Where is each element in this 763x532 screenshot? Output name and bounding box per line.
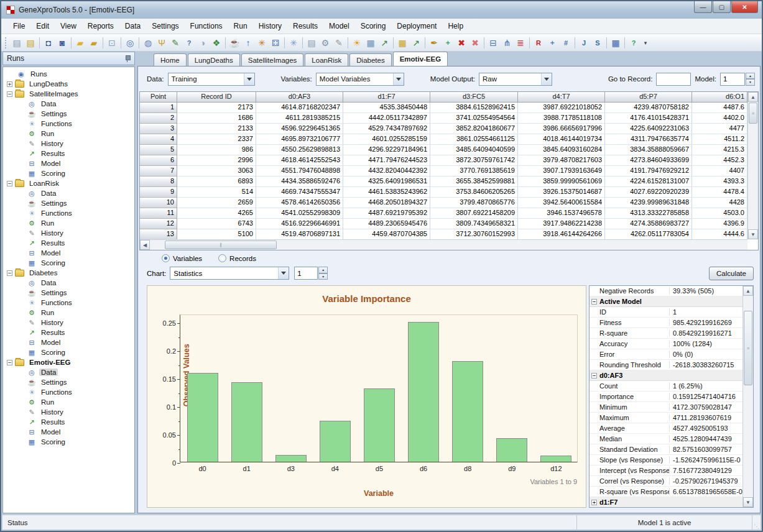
open-folder-icon[interactable]: ▰: [73, 36, 87, 50]
tree-item-emotiv-eeg-scoring[interactable]: ▦Scoring: [6, 437, 134, 447]
data-combo[interactable]: Training: [168, 73, 255, 86]
upload-icon[interactable]: ↑: [241, 36, 255, 50]
stats-section-active-model[interactable]: −Active Model: [590, 296, 742, 307]
model-number-input[interactable]: [720, 73, 745, 86]
data-blocks-icon[interactable]: ❖: [210, 36, 223, 50]
tree-item-loanrisk-results[interactable]: ↗Results: [6, 238, 134, 248]
data-toggle-icon[interactable]: ◑: [196, 36, 210, 50]
tree-item-satelliteimages-run[interactable]: ⚙Run: [6, 129, 134, 139]
tree-item-loanrisk-scoring[interactable]: ▦Scoring: [6, 258, 134, 268]
tree-item-satelliteimages-settings[interactable]: ☕Settings: [6, 109, 134, 119]
collapse-icon[interactable]: −: [7, 181, 12, 186]
table-row[interactable]: 95144669.743475553474461.538352439623753…: [140, 187, 747, 198]
menu-item-functions[interactable]: Functions: [185, 20, 228, 32]
settings-icon[interactable]: ☕: [228, 36, 241, 50]
menu-item-results[interactable]: Results: [287, 20, 323, 32]
stats-scrollbar[interactable]: ▲ ≡ ▼: [742, 286, 753, 507]
tree-item-loanrisk-functions[interactable]: ✳Functions: [6, 208, 134, 218]
table-horizontal-scrollbar[interactable]: ◀ ∥: [140, 239, 747, 250]
remove-grid-icon[interactable]: ✖: [455, 36, 468, 50]
variables-combo[interactable]: Model Variables: [316, 73, 404, 86]
tree-item-satelliteimages-history[interactable]: ✎History: [6, 139, 134, 149]
menu-item-run[interactable]: Run: [228, 20, 253, 32]
toolbar-overflow-icon[interactable]: ▾: [642, 40, 649, 46]
tree-item-satelliteimages-scoring[interactable]: ▦Scoring: [6, 168, 134, 178]
table-row[interactable]: 1351004519.487068971314459.4870704385371…: [140, 229, 747, 239]
grid2-icon[interactable]: ▦: [395, 36, 409, 50]
save-icon[interactable]: ◘: [42, 36, 55, 50]
tree-item-emotiv-eeg-history[interactable]: ✎History: [6, 407, 134, 417]
data-panel-icon[interactable]: ◎: [123, 36, 137, 50]
column-header-d5-p7[interactable]: d5:P7: [605, 92, 692, 103]
tree-item-emotiv-eeg-model[interactable]: ⊟Model: [6, 427, 134, 437]
scroll-left-icon[interactable]: ◀: [140, 240, 150, 250]
tree-item-diabetes-data[interactable]: ◎Data: [6, 278, 134, 288]
table-row[interactable]: 1267434516.922966469914489.2306594547638…: [140, 219, 747, 229]
chart-type-combo[interactable]: Statistics: [170, 267, 289, 280]
tree-item-satelliteimages-data[interactable]: ◎Data: [6, 99, 134, 109]
tree-item-emotiv-eeg-results[interactable]: ↗Results: [6, 417, 134, 427]
tab-home[interactable]: Home: [154, 53, 187, 66]
pin-icon[interactable]: [124, 55, 131, 63]
branches-icon[interactable]: ⋔: [500, 36, 514, 50]
collapse-icon[interactable]: −: [7, 360, 12, 365]
stats-section-d0-af3[interactable]: −d0:AF3: [590, 370, 742, 381]
menu-item-view[interactable]: View: [55, 20, 82, 32]
grid-icon[interactable]: ▦: [364, 36, 377, 50]
column-header-point[interactable]: Point: [140, 92, 177, 103]
tree-item-diabetes-results[interactable]: ↗Results: [6, 328, 134, 337]
data-help-icon[interactable]: ?: [182, 36, 196, 50]
table-row[interactable]: 321334596.922964513654529.74347897692385…: [140, 124, 747, 134]
table-row[interactable]: 1142654541.025529983094487.6921979539238…: [140, 208, 747, 219]
history-icon[interactable]: ✎: [332, 36, 346, 50]
code-cpp-icon[interactable]: ＋: [545, 36, 559, 50]
column-header-d3-fc5[interactable]: d3:FC5: [430, 92, 518, 103]
toolbar-grip[interactable]: [5, 37, 7, 48]
tree-item-satelliteimages-functions[interactable]: ✳Functions: [6, 119, 134, 129]
title-bar[interactable]: GeneXproTools 5.0 - [Emotiv-EEG] — ▢ ✕: [1, 1, 762, 19]
chart-number-input[interactable]: [294, 267, 318, 280]
menu-item-deployment[interactable]: Deployment: [391, 20, 442, 32]
results-chart-icon[interactable]: ↗: [377, 36, 391, 50]
menu-item-file[interactable]: File: [7, 20, 30, 32]
functions-icon[interactable]: ✳: [287, 36, 300, 50]
column-header-d1-f7[interactable]: d1:F7: [343, 92, 430, 103]
table-row[interactable]: 629964618.461425525434471.79476244523387…: [140, 155, 747, 166]
menu-item-data[interactable]: Data: [119, 20, 146, 32]
tree-project-emotiv-eeg[interactable]: −Emotiv-EEG: [6, 357, 134, 367]
open-all-icon[interactable]: ▰: [87, 36, 101, 50]
collapse-icon[interactable]: −: [591, 373, 597, 378]
tree-item-emotiv-eeg-functions[interactable]: ✳Functions: [6, 387, 134, 397]
tree-item-diabetes-scoring[interactable]: ▦Scoring: [6, 347, 134, 357]
scroll-down-icon[interactable]: ▼: [743, 497, 753, 507]
tree-project-loanrisk[interactable]: −LoanRisk: [6, 178, 134, 188]
code-csharp-icon[interactable]: #: [559, 36, 573, 50]
brush-icon[interactable]: ✒: [427, 36, 441, 50]
column-header-d0-af3[interactable]: d0:AF3: [256, 92, 343, 103]
report-icon[interactable]: ▤: [305, 36, 318, 50]
variables-radio[interactable]: [162, 254, 170, 262]
chart-spin-down-button[interactable]: ▼: [318, 273, 328, 280]
calculate-button[interactable]: Calculate: [709, 267, 754, 280]
tree-project-diabetes[interactable]: −Diabetes: [6, 268, 134, 278]
resize-grip[interactable]: ⋱: [752, 515, 761, 530]
tree-root-runs[interactable]: ◉Runs: [6, 69, 134, 79]
tree-item-satelliteimages-model[interactable]: ⊟Model: [6, 158, 134, 168]
model-spin-down-button[interactable]: ▼: [746, 79, 755, 86]
table-vertical-scrollbar[interactable]: ▲ ≡ ▼: [747, 92, 758, 239]
run-settings-icon[interactable]: ⚙: [318, 36, 332, 50]
tree-item-diabetes-functions[interactable]: ✳Functions: [6, 298, 134, 308]
tree-item-emotiv-eeg-data[interactable]: ◎Data: [6, 367, 134, 377]
tab-lungdeaths[interactable]: LungDeaths: [188, 53, 240, 66]
minimize-button[interactable]: —: [694, 1, 712, 13]
table-row[interactable]: 868934434.358865924764325.64091986531365…: [140, 177, 747, 187]
database-icon[interactable]: ◍: [141, 36, 155, 50]
chart-spin-up-button[interactable]: ▲: [318, 267, 328, 273]
collapse-icon[interactable]: −: [7, 270, 12, 276]
menu-item-edit[interactable]: Edit: [30, 20, 55, 32]
menu-item-history[interactable]: History: [253, 20, 287, 32]
column-header-record-id[interactable]: Record ID: [177, 92, 256, 103]
tree-item-loanrisk-settings[interactable]: ☕Settings: [6, 198, 134, 208]
scroll-down-icon[interactable]: ▼: [748, 229, 758, 239]
maximize-button[interactable]: ▢: [713, 1, 731, 13]
